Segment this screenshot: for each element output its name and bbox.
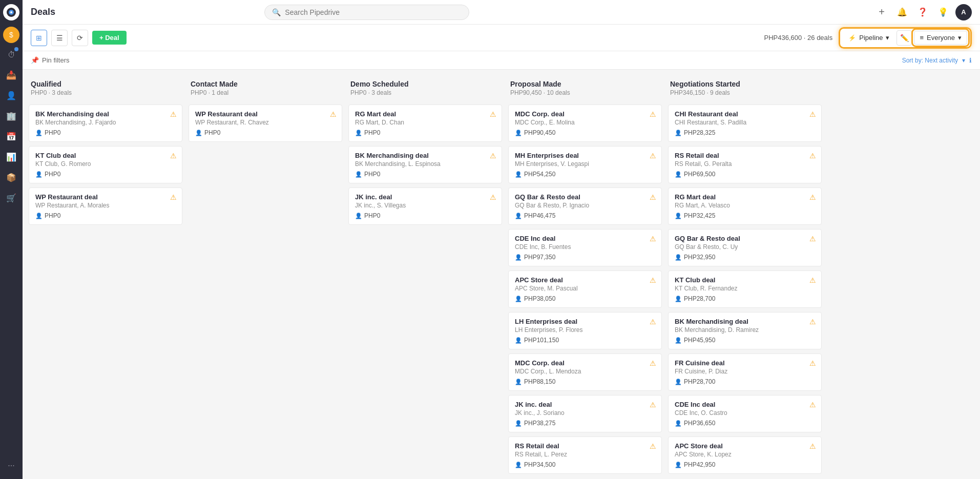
person-icon: 👤 (675, 420, 682, 427)
deal-amount-value: PHP32,425 (684, 212, 715, 219)
deal-subtitle: MDC Corp., L. Mendoza (515, 368, 655, 375)
help-button[interactable]: ❓ (914, 4, 931, 20)
app-logo[interactable] (3, 4, 19, 20)
deal-card[interactable]: JK inc. dealJK inc., S. Villegas👤PHP0⚠ (348, 188, 502, 225)
deal-card[interactable]: RG Mart dealRG Mart, A. Velasco👤PHP32,42… (668, 188, 822, 225)
warning-icon: ⚠ (650, 442, 656, 450)
deal-card[interactable]: CHI Restaurant dealCHI Restaurant, S. Pa… (668, 105, 822, 142)
everyone-filter-button[interactable]: ≡ Everyone ▾ (914, 31, 967, 45)
pipeline-chevron-icon: ▾ (886, 34, 889, 41)
warning-icon: ⚠ (490, 193, 496, 201)
deal-title: BK Merchandising deal (35, 110, 176, 118)
sidebar-item-organizations[interactable]: 🏢 (2, 107, 20, 125)
deal-subtitle: APC Store, K. Lopez (675, 451, 815, 458)
deal-footer: 👤PHP38,275 (515, 420, 655, 427)
deal-card[interactable]: WP Restaurant dealWP Restaurant, A. Mora… (29, 188, 182, 225)
deal-card[interactable]: BK Merchandising dealBK Merchandising, L… (348, 146, 502, 183)
deal-card[interactable]: KT Club dealKT Club, R. Fernandez👤PHP28,… (668, 270, 822, 308)
deal-amount: 👤PHP38,050 (515, 295, 555, 302)
deal-card[interactable]: RS Retail dealRS Retail, G. Peralta👤PHP6… (668, 146, 822, 183)
deal-amount-value: PHP90,450 (524, 129, 555, 136)
deal-subtitle: WP Restaurant, A. Morales (35, 202, 176, 209)
person-icon: 👤 (675, 462, 682, 468)
kanban-view-button[interactable]: ⊞ (31, 30, 47, 46)
pin-filters-button[interactable]: 📌 Pin filters (31, 56, 69, 64)
pipeline-button[interactable]: ⚡ Pipeline ▾ (843, 31, 894, 44)
deal-card[interactable]: CDE Inc dealCDE Inc, B. Fuentes👤PHP97,35… (508, 229, 662, 266)
person-icon: 👤 (515, 171, 522, 178)
edit-pipeline-button[interactable]: ✏️ (896, 30, 912, 46)
person-icon: 👤 (675, 213, 682, 219)
deal-card[interactable]: FR Cuisine dealFR Cuisine, P. Diaz👤PHP28… (668, 353, 822, 391)
deal-card[interactable]: GQ Bar & Resto dealGQ Bar & Resto, C. Uy… (668, 229, 822, 266)
deal-card[interactable]: MH Enterprises dealMH Enterprises, V. Le… (508, 146, 662, 183)
deal-card[interactable]: KT Club dealKT Club, G. Romero👤PHP0⚠ (29, 146, 182, 183)
person-icon: 👤 (675, 171, 682, 178)
deal-footer: 👤PHP88,150 (515, 378, 655, 385)
sort-label[interactable]: Sort by: Next activity (902, 57, 958, 64)
column-meta-contact-made: PHP0 · 1 deal (191, 89, 340, 96)
notifications-button[interactable]: 🔔 (894, 4, 910, 20)
search-input[interactable] (285, 8, 462, 16)
ideas-button[interactable]: 💡 (935, 4, 951, 20)
sidebar-item-marketplace[interactable]: 🛒 (2, 189, 20, 207)
deal-footer: 👤PHP0 (355, 212, 495, 219)
deal-footer: 👤PHP97,350 (515, 254, 655, 261)
sidebar-item-more[interactable]: ··· (2, 456, 20, 475)
deal-title: GQ Bar & Resto deal (675, 235, 815, 242)
deal-subtitle: RG Mart, A. Velasco (675, 202, 815, 209)
deal-card[interactable]: APC Store dealAPC Store, M. Pascual👤PHP3… (508, 270, 662, 308)
deal-card[interactable]: APC Store dealAPC Store, K. Lopez👤PHP42,… (668, 436, 822, 474)
deal-title: JK inc. deal (355, 193, 495, 201)
deal-card[interactable]: LH Enterprises dealLH Enterprises, P. Fl… (508, 312, 662, 349)
avatar[interactable]: A (955, 4, 972, 20)
deal-amount-value: PHP28,700 (684, 295, 715, 302)
deal-footer: 👤PHP46,475 (515, 212, 655, 219)
deal-card[interactable]: WP Restaurant dealWP Restaurant, R. Chav… (189, 105, 342, 142)
list-view-button[interactable]: ☰ (51, 30, 68, 46)
deal-card[interactable]: BK Merchandising dealBK Merchandising, D… (668, 312, 822, 349)
deal-card[interactable]: JK inc. dealJK inc., J. Soriano👤PHP38,27… (508, 395, 662, 432)
sidebar-item-calendar[interactable]: 📅 (2, 127, 20, 145)
everyone-label: Everyone (927, 34, 955, 41)
person-icon: 👤 (515, 130, 522, 136)
sidebar-item-contacts[interactable]: 👤 (2, 86, 20, 105)
warning-icon: ⚠ (809, 235, 816, 243)
warning-icon: ⚠ (650, 276, 656, 284)
deal-card[interactable]: RG Mart dealRG Mart, D. Chan👤PHP0⚠ (348, 105, 502, 142)
kanban-icon: ⊞ (36, 34, 42, 42)
deal-card[interactable]: CDE Inc dealCDE Inc, O. Castro👤PHP36,650… (668, 395, 822, 432)
deal-title: BK Merchandising deal (675, 318, 815, 325)
deal-card[interactable]: RS Retail dealRS Retail, L. Perez👤PHP34,… (508, 436, 662, 474)
warning-icon: ⚠ (809, 276, 816, 284)
add-deal-button[interactable]: + Deal (92, 31, 127, 45)
search-bar[interactable]: 🔍 (264, 5, 469, 20)
add-button[interactable]: + (873, 4, 890, 20)
deal-title: RG Mart deal (675, 193, 815, 201)
deal-card[interactable]: MDC Corp. dealMDC Corp., L. Mendoza👤PHP8… (508, 353, 662, 391)
deal-footer: 👤PHP45,950 (675, 337, 815, 344)
pipeline-icon: ⚡ (848, 34, 856, 41)
deal-title: WP Restaurant deal (195, 110, 336, 118)
forecast-view-button[interactable]: ⟳ (72, 30, 88, 46)
deal-footer: 👤PHP28,700 (675, 378, 815, 385)
deal-card[interactable]: MDC Corp. dealMDC Corp., E. Molina👤PHP90… (508, 105, 662, 142)
deal-card[interactable]: BK Merchandising dealBK Merchandising, J… (29, 105, 182, 142)
deal-subtitle: RG Mart, D. Chan (355, 119, 495, 126)
deal-title: CDE Inc deal (675, 401, 815, 408)
warning-icon: ⚠ (490, 152, 496, 160)
info-icon[interactable]: ℹ (969, 57, 972, 64)
deal-amount: 👤PHP28,700 (675, 378, 715, 385)
sidebar-item-activities[interactable]: ⏱ (2, 45, 20, 64)
warning-icon: ⚠ (809, 401, 816, 409)
sidebar-item-products[interactable]: 📦 (2, 168, 20, 186)
sidebar-item-deals[interactable]: $ (3, 27, 19, 43)
deal-card[interactable]: GQ Bar & Resto dealGQ Bar & Resto, P. Ig… (508, 188, 662, 225)
sidebar-item-reports[interactable]: 📊 (2, 148, 20, 166)
deal-title: FR Cuisine deal (675, 359, 815, 367)
warning-icon: ⚠ (809, 359, 816, 367)
column-title-demo-scheduled: Demo Scheduled (350, 80, 500, 88)
deal-title: LH Enterprises deal (515, 318, 655, 325)
sidebar-item-leads[interactable]: 📥 (2, 66, 20, 84)
deal-amount-value: PHP46,475 (524, 212, 555, 219)
